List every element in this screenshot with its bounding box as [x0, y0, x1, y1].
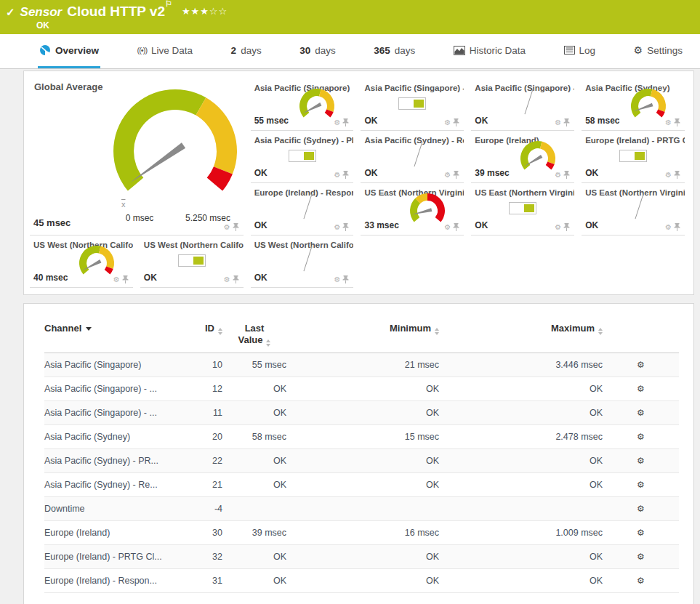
sort-icon	[266, 339, 270, 347]
gear-icon[interactable]: ⚙	[334, 172, 341, 179]
channel-settings-icon[interactable]: ⚙	[637, 480, 645, 490]
channel-settings-icon[interactable]: ⚙	[637, 408, 645, 418]
cell-minimum: 16 msec	[286, 528, 439, 538]
pin-icon[interactable]	[453, 223, 459, 231]
tab-30-days[interactable]: 30 days	[298, 34, 337, 68]
channel-tile[interactable]: Asia Pacific (Singapore) - Res...OK⚙	[471, 78, 574, 131]
channel-tile[interactable]: US East (Northern Virginia) - ...OK⚙	[582, 183, 685, 235]
channel-settings-icon[interactable]: ⚙	[637, 528, 645, 538]
channel-tile-title: Asia Pacific (Sydney) - PRTG ...	[251, 131, 354, 145]
pin-icon[interactable]	[342, 171, 349, 179]
pin-icon[interactable]	[674, 171, 680, 179]
channel-tile[interactable]: Asia Pacific (Sydney) - Respo...OK⚙	[361, 131, 464, 183]
channel-tile[interactable]: Asia Pacific (Singapore) - PR...OK⚙	[361, 78, 464, 131]
tab-settings[interactable]: ⚙ Settings	[632, 34, 684, 68]
gear-icon[interactable]: ⚙	[555, 172, 561, 179]
channel-tile[interactable]: Asia Pacific (Sydney)58 msec⚙	[582, 78, 685, 131]
tab-2-days-unit: days	[241, 45, 262, 56]
col-header-maximum[interactable]: Maximum	[439, 323, 603, 335]
channel-tile[interactable]: US West (Northern California)...OK⚙	[251, 235, 354, 288]
tab-historic-data[interactable]: Historic Data	[452, 34, 527, 68]
gear-icon[interactable]: ⚙	[665, 172, 672, 179]
gear-icon[interactable]: ⚙	[665, 224, 672, 231]
channel-tile[interactable]: US East (Northern Virginia) - ...OK⚙	[471, 183, 574, 235]
table-row: Asia Pacific (Sydney) - Re...21OKOKOK⚙	[44, 473, 679, 497]
cell-channel: Europe (Ireland)	[44, 528, 179, 538]
channel-last-value: OK	[144, 273, 157, 283]
channel-last-value: OK	[585, 168, 598, 178]
pin-icon[interactable]	[674, 223, 680, 231]
channel-settings-icon[interactable]: ⚙	[637, 504, 645, 514]
cell-minimum: OK	[286, 408, 439, 418]
col-header-last-value[interactable]: Last Value	[233, 323, 276, 347]
channel-settings-icon[interactable]: ⚙	[637, 552, 645, 562]
channel-tile[interactable]: Asia Pacific (Sydney) - PRTG ...OK⚙	[251, 131, 354, 183]
tab-365-days[interactable]: 365 days	[372, 34, 417, 68]
pin-icon[interactable]	[453, 118, 459, 126]
channel-settings-icon[interactable]: ⚙	[637, 432, 645, 442]
channel-settings-icon[interactable]: ⚙	[637, 456, 645, 466]
cell-id: -4	[179, 504, 222, 514]
cell-channel: Asia Pacific (Singapore)	[44, 360, 179, 370]
channel-tile[interactable]: Europe (Ireland) - PRTG Cloud...OK⚙	[582, 131, 685, 183]
pin-icon[interactable]	[233, 275, 239, 283]
col-header-minimum[interactable]: Minimum	[286, 323, 439, 335]
tab-live-data[interactable]: ((•)) Live Data	[136, 34, 195, 68]
pin-icon[interactable]	[674, 118, 680, 126]
pin-icon[interactable]	[342, 118, 349, 126]
channel-last-value: 55 msec	[254, 116, 289, 126]
gear-icon[interactable]: ⚙	[665, 119, 672, 126]
cell-last-value: 55 msec	[222, 360, 286, 370]
channel-settings-icon[interactable]: ⚙	[637, 384, 645, 394]
gear-icon[interactable]: ⚙	[555, 224, 561, 231]
tab-2-days[interactable]: 2 days	[230, 34, 263, 68]
col-header-channel[interactable]: Channel	[44, 323, 179, 334]
cell-minimum: OK	[286, 456, 439, 466]
channel-switch-indicator	[509, 202, 536, 214]
pin-icon[interactable]	[122, 275, 129, 283]
channel-last-value: 39 msec	[475, 168, 509, 178]
cell-channel: Asia Pacific (Sydney) - Re...	[44, 480, 179, 490]
gear-icon[interactable]: ⚙	[334, 276, 341, 283]
channel-last-value: OK	[475, 220, 488, 230]
channel-tile-title: US East (Northern Virginia) - ...	[582, 183, 685, 197]
tab-overview[interactable]: Overview	[38, 34, 100, 68]
channel-tile[interactable]: Europe (Ireland) - Response C...OK⚙	[251, 183, 354, 235]
gear-icon[interactable]: ⚙	[224, 224, 230, 231]
channel-settings-icon[interactable]: ⚙	[637, 576, 645, 586]
channel-last-value: 33 msec	[364, 220, 398, 230]
gear-icon[interactable]: ⚙	[113, 276, 120, 283]
cell-last-value: OK	[222, 384, 286, 394]
pin-icon[interactable]	[342, 223, 349, 231]
pin-icon[interactable]	[342, 275, 349, 283]
cell-channel: Asia Pacific (Sydney)	[44, 432, 179, 442]
tab-historic-data-label: Historic Data	[470, 45, 526, 56]
gear-icon[interactable]: ⚙	[444, 172, 451, 179]
log-icon	[564, 46, 575, 55]
pin-icon[interactable]	[453, 171, 459, 179]
channel-tile[interactable]: US West (Northern California)40 msec⚙	[30, 235, 133, 288]
gear-icon[interactable]: ⚙	[444, 119, 451, 126]
pin-icon[interactable]	[563, 223, 570, 231]
priority-stars[interactable]: ★★★☆☆	[182, 6, 228, 17]
channel-tile[interactable]: US East (Northern Virginia)33 msec⚙	[361, 183, 464, 235]
pin-icon[interactable]	[563, 118, 570, 126]
flag-icon[interactable]: ⚐	[165, 0, 172, 8]
gear-icon[interactable]: ⚙	[334, 119, 341, 126]
channel-switch-indicator	[178, 254, 206, 267]
channel-settings-icon[interactable]: ⚙	[637, 360, 645, 370]
channel-tile[interactable]: Europe (Ireland)39 msec⚙	[471, 131, 574, 183]
tab-log[interactable]: Log	[563, 34, 598, 68]
channel-tile[interactable]: Asia Pacific (Singapore)55 msec⚙	[251, 78, 354, 131]
gear-icon[interactable]: ⚙	[444, 224, 451, 231]
col-header-id[interactable]: ID	[179, 323, 222, 335]
channel-tile[interactable]: US West (Northern California)...OK⚙	[140, 235, 244, 288]
gear-icon[interactable]: ⚙	[334, 224, 341, 231]
pin-icon[interactable]	[233, 223, 239, 231]
gear-icon[interactable]: ⚙	[224, 276, 230, 283]
pin-icon[interactable]	[563, 171, 570, 179]
table-row: Downtime-4⚙	[44, 497, 679, 521]
gear-icon[interactable]: ⚙	[555, 119, 561, 126]
global-average-gauge	[99, 86, 244, 205]
global-average-tile[interactable]: Global Average x 0 msec 5.250 msec 45 ms…	[30, 78, 244, 235]
